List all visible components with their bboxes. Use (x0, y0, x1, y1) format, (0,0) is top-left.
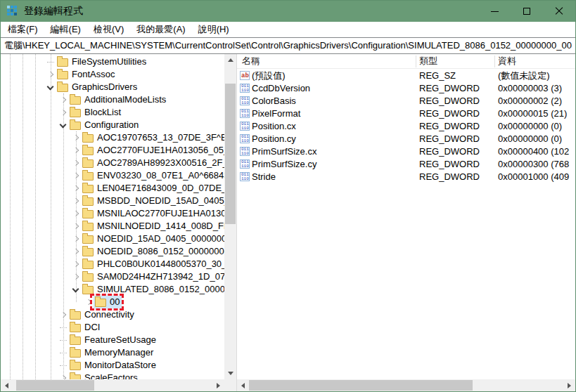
tree-item-blocklist[interactable]: BlockList (1, 106, 224, 119)
values-hscroll-thumb[interactable] (249, 380, 473, 391)
maximize-button[interactable] (511, 1, 543, 22)
tree-item-featuresetusage[interactable]: FeatureSetUsage (1, 334, 224, 346)
value-type: REG_DWORD (419, 120, 480, 133)
tree-item-additionalmodelists[interactable]: AdditionalModeLists (1, 93, 224, 106)
menu-item-[interactable]: 檢視(V) (87, 22, 130, 37)
selected-key: 00 (94, 296, 122, 308)
column-header-name[interactable]: 名稱 (242, 54, 260, 68)
value-row-colorbasis[interactable]: ColorBasisREG_DWORD0x00000002 (2) (237, 95, 575, 107)
tree-item-env03230-08-07e1-a0-66843a[interactable]: ENV03230_08_07E1_A0^66843A (1, 169, 224, 182)
column-header-type[interactable]: 類型 (419, 54, 437, 68)
scroll-up-arrow-icon[interactable] (224, 54, 236, 66)
scroll-left-arrow-icon[interactable] (237, 379, 249, 391)
tree-vscroll-thumb[interactable] (225, 84, 236, 224)
value-row-primsurfsize-cx[interactable]: PrimSurfSize.cxREG_DWORD0x00000400 (102 (237, 145, 575, 158)
value-row-ccddbversion[interactable]: CcdDbVersionREG_DWORD0x00000003 (3) (237, 82, 575, 95)
tree-item-fontassoc[interactable]: FontAssoc (1, 68, 224, 81)
menu-item-[interactable]: 說明(H) (192, 22, 236, 37)
tree-item-scalefactors[interactable]: ScaleFactors (1, 372, 224, 379)
tree-item-connectivity[interactable]: Connectivity (1, 308, 224, 321)
tree-item-dci[interactable]: DCI (1, 321, 224, 334)
tree-item-msbdd-noedid-15ad-0405-00[interactable]: MSBDD_NOEDID_15AD_0405_00 (1, 195, 224, 207)
tree-item-monitordatastore[interactable]: MonitorDataStore (1, 359, 224, 372)
values-horizontal-scrollbar[interactable] (237, 379, 575, 391)
tree-item-sam0d24h4zh713942-1d-07e0[interactable]: SAM0D24H4ZH713942_1D_07E0 (1, 270, 224, 283)
tree-item-phlc0b0uk01448005370-30-07[interactable]: PHLC0B0UK01448005370_30_07 (1, 258, 224, 270)
tree-item-label: LEN04E716843009_0D_07DE_F5 (95, 182, 224, 195)
tree-hscroll-thumb[interactable] (16, 380, 94, 391)
column-separator[interactable] (416, 55, 416, 67)
expand-chevron-icon[interactable] (58, 93, 68, 106)
value-row-position-cx[interactable]: Position.cxREG_DWORD0x00000000 (0) (237, 120, 575, 133)
tree-item-aoc2789ah89923x00516-2f-07[interactable]: AOC2789AH89923X00516_2F_07 (1, 157, 224, 169)
scroll-left-arrow-icon[interactable] (1, 379, 13, 391)
value-row-primsurfsize-cy[interactable]: PrimSurfSize.cyREG_DWORD0x00000300 (768 (237, 158, 575, 171)
expand-chevron-icon[interactable] (71, 258, 81, 270)
tree-item-filesystemutilities[interactable]: FileSystemUtilities (1, 55, 224, 68)
collapse-chevron-icon[interactable] (71, 283, 81, 296)
folder-icon (70, 109, 81, 117)
menu-item-[interactable]: 我的最愛(A) (130, 22, 191, 37)
tree-item-noedid-15ad-0405-00000000[interactable]: NOEDID_15AD_0405_00000000_ (1, 233, 224, 245)
expand-chevron-icon[interactable] (71, 169, 81, 182)
expand-chevron-icon[interactable] (71, 233, 81, 245)
expand-chevron-icon[interactable] (58, 372, 68, 379)
expand-chevron-icon[interactable] (71, 245, 81, 258)
tree-item-label: AOC2789AH89923X00516_2F_07 (95, 157, 224, 169)
expand-chevron-icon[interactable] (58, 106, 68, 119)
expand-chevron-icon[interactable] (71, 270, 81, 283)
collapse-chevron-icon[interactable] (58, 119, 68, 131)
tree-item-configuration[interactable]: Configuration (1, 119, 224, 131)
expand-chevron-icon[interactable] (71, 131, 81, 144)
folder-icon (70, 96, 81, 105)
expand-chevron-icon[interactable] (71, 195, 81, 207)
expand-chevron-icon[interactable] (58, 308, 68, 321)
tree-item-aoc2770fuje1ha013056-05-07[interactable]: AOC2770FUJE1HA013056_05_07 (1, 144, 224, 157)
menu-item-[interactable]: 檔案(F) (1, 22, 44, 37)
value-row-[interactable]: (預設值)REG_SZ(數值未設定) (237, 70, 575, 82)
expand-chevron-icon[interactable] (71, 182, 81, 195)
expand-chevron-icon[interactable] (71, 157, 81, 169)
menu-item-[interactable]: 編輯(E) (44, 22, 87, 37)
expand-chevron-icon[interactable] (71, 207, 81, 220)
scroll-right-arrow-icon[interactable] (212, 379, 224, 391)
expand-chevron-icon[interactable] (84, 296, 94, 308)
folder-icon (82, 172, 94, 181)
key-content: Configuration (68, 119, 141, 131)
minimize-button[interactable] (478, 1, 511, 22)
tree-vertical-scrollbar[interactable] (224, 54, 236, 379)
scroll-right-arrow-icon[interactable] (563, 379, 575, 391)
tree-item-noedid-8086-0152-00000000[interactable]: NOEDID_8086_0152_00000000_ (1, 245, 224, 258)
tree-item-graphicsdrivers[interactable]: GraphicsDrivers (1, 81, 224, 93)
column-header-data[interactable]: 資料 (498, 54, 516, 68)
tree-item-aoc19707653-13-07de-3f-b4d[interactable]: AOC19707653_13_07DE_3F^B4D (1, 131, 224, 144)
value-row-stride[interactable]: StrideREG_DWORD0x00001000 (409 (237, 171, 575, 183)
expand-chevron-icon[interactable] (71, 144, 81, 157)
address-input[interactable] (1, 37, 575, 54)
expand-chevron-icon[interactable] (71, 220, 81, 233)
tree-item-len04e716843009-0d-07de-f5[interactable]: LEN04E716843009_0D_07DE_F5 (1, 182, 224, 195)
tree-item-msnilaoc2770fuje1ha013056[interactable]: MSNILAOC2770FUJE1HA013056 (1, 207, 224, 220)
minimize-icon (491, 11, 499, 12)
tree-item-memorymanager[interactable]: MemoryManager (1, 346, 224, 359)
value-type: REG_DWORD (419, 158, 480, 171)
key-content: AOC19707653_13_07DE_3F^B4D (81, 131, 224, 144)
folder-icon (82, 286, 94, 294)
value-row-position-cy[interactable]: Position.cyREG_DWORD0x00000000 (0) (237, 133, 575, 145)
value-row-pixelformat[interactable]: PixelFormatREG_DWORD0x00000015 (21) (237, 107, 575, 120)
folder-icon (82, 223, 94, 231)
value-data: 0x00000003 (3) (498, 82, 562, 95)
tree-horizontal-scrollbar[interactable] (1, 379, 224, 391)
key-content: FontAssoc (56, 68, 117, 81)
tree-item-00[interactable]: 00 (1, 296, 224, 308)
column-separator[interactable] (494, 55, 495, 67)
expand-chevron-icon[interactable] (46, 68, 56, 81)
collapse-chevron-icon[interactable] (46, 81, 56, 93)
scroll-down-arrow-icon[interactable] (224, 367, 236, 379)
tree-item-label: AOC19707653_13_07DE_3F^B4D (95, 131, 224, 144)
window-controls (478, 1, 575, 22)
close-button[interactable] (543, 1, 575, 22)
tree-item-simulated-8086-0152-000000[interactable]: SIMULATED_8086_0152_000000 (1, 283, 224, 296)
folder-icon (82, 159, 94, 168)
tree-item-msnilnoedid-1414-008d-ffff[interactable]: MSNILNOEDID_1414_008D_FFFF (1, 220, 224, 233)
